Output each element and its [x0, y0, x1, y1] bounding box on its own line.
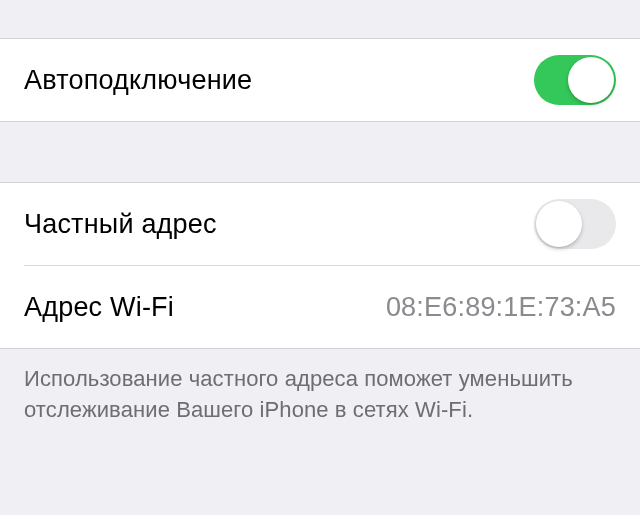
autojoin-label: Автоподключение — [24, 65, 252, 96]
switch-knob — [536, 201, 582, 247]
wifi-address-value: 08:E6:89:1E:73:A5 — [386, 292, 616, 323]
section-private: Частный адрес Адрес Wi-Fi 08:E6:89:1E:73… — [0, 183, 640, 348]
private-address-row: Частный адрес — [0, 183, 640, 265]
private-address-footer: Использование частного адреса поможет ум… — [0, 349, 640, 425]
private-address-label: Частный адрес — [24, 209, 217, 240]
section-spacer — [0, 122, 640, 182]
section-spacer — [0, 0, 640, 38]
switch-knob — [568, 57, 614, 103]
autojoin-row: Автоподключение — [0, 39, 640, 121]
private-address-toggle[interactable] — [534, 199, 616, 249]
wifi-address-row: Адрес Wi-Fi 08:E6:89:1E:73:A5 — [0, 266, 640, 348]
section-autojoin: Автоподключение — [0, 39, 640, 121]
wifi-address-label: Адрес Wi-Fi — [24, 292, 174, 323]
autojoin-toggle[interactable] — [534, 55, 616, 105]
